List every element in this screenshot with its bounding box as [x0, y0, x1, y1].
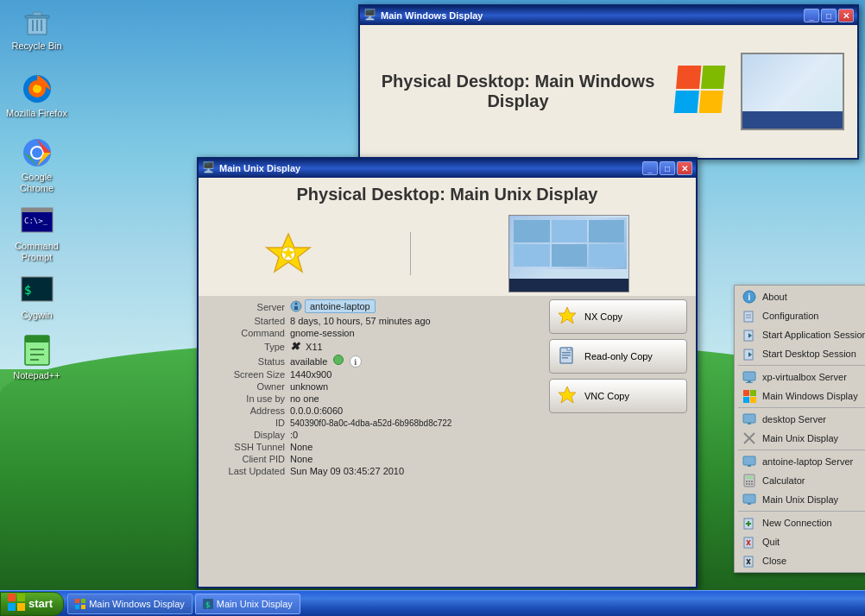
close-label: Close — [762, 556, 786, 566]
svg-point-11 — [32, 148, 42, 158]
address-label: Address — [207, 405, 285, 416]
info-row-server: Server antoine-laptop — [207, 299, 540, 314]
desktop-icon-firefox[interactable]: Mozilla Firefox — [4, 72, 69, 119]
info-row-screen: Screen Size 1440x900 — [207, 369, 540, 380]
svg-rect-55 — [743, 456, 755, 465]
owner-value: unknown — [290, 381, 540, 392]
started-value: 8 days, 10 hours, 57 minutes ago — [290, 316, 540, 326]
svg-rect-27 — [294, 306, 298, 310]
x11-icon: ✖ — [290, 340, 300, 353]
menu-item-close[interactable]: Close — [735, 551, 865, 570]
close-button-main-windows[interactable]: ✕ — [838, 9, 854, 22]
svg-rect-82 — [75, 605, 79, 609]
menu-item-main-unix[interactable]: Main Unix Display — [735, 429, 865, 448]
svg-rect-77 — [17, 594, 25, 601]
readonly-copy-icon — [557, 345, 578, 368]
main-windows-content: Physical Desktop: Main Windows Display — [360, 25, 857, 158]
info-row-display: Display :0 — [207, 430, 540, 440]
desktop-icon-cmdprompt[interactable]: C:\>_ Command Prompt — [4, 204, 69, 263]
menu-item-quit[interactable]: Quit — [735, 532, 865, 551]
menu-item-start-desktop[interactable]: Start Desktop Session — [735, 344, 865, 363]
firefox-icon — [20, 72, 54, 106]
taskbar-main-windows-label: Main Windows Display — [89, 599, 185, 609]
nx-copy-button[interactable]: NX Copy — [549, 299, 687, 334]
desktop-icon-cygwin[interactable]: $ Cygwin — [4, 273, 69, 321]
title-text-main-windows: Main Windows Display — [381, 10, 483, 21]
svg-rect-44 — [743, 372, 755, 380]
titlebar-main-windows[interactable]: 🖥️ Main Windows Display _ □ ✕ — [360, 6, 857, 25]
title-icon-unix: 🖥️ — [202, 161, 216, 175]
minimize-button-unix[interactable]: _ — [642, 161, 658, 175]
recycle-bin-label: Recycle Bin — [11, 41, 61, 52]
svg-text:$: $ — [205, 600, 210, 609]
menu-item-antoine-server[interactable]: antoine-laptop Server — [735, 452, 865, 471]
start-button[interactable]: start — [0, 592, 64, 616]
svg-rect-32 — [562, 357, 568, 359]
taskbar-main-windows-item[interactable]: Main Windows Display — [67, 594, 193, 614]
main-unix2-label: Main Unix Display — [762, 494, 838, 505]
minimize-button-main-windows[interactable]: _ — [804, 9, 819, 22]
status-info-icon: ℹ — [350, 355, 362, 368]
vnc-copy-icon — [557, 385, 578, 407]
menu-item-new-connection[interactable]: New Connection — [735, 513, 865, 532]
desktop-icon-notepad[interactable]: Notepad++ — [4, 334, 69, 381]
window-controls-main-windows: _ □ ✕ — [804, 9, 854, 22]
window-main-windows: 🖥️ Main Windows Display _ □ ✕ Physical D… — [358, 4, 859, 160]
antoine-server-label: antoine-laptop Server — [762, 456, 853, 467]
menu-item-xp-virtualbox[interactable]: xp-virtualbox Server — [735, 368, 865, 387]
menu-item-about[interactable]: i About — [735, 287, 865, 306]
xp-virtualbox-label: xp-virtualbox Server — [762, 372, 847, 382]
antoine-server-icon — [742, 455, 757, 468]
svg-text:$: $ — [24, 283, 31, 297]
menu-item-configuration[interactable]: Configuration — [735, 306, 865, 325]
taskbar-unix-icon: $ — [203, 599, 213, 609]
xp-virtualbox-icon — [742, 370, 757, 384]
main-windows-title: Physical Desktop: Main Windows Display — [373, 72, 663, 111]
info-row-cpid: Client PID None — [207, 454, 540, 464]
notepad-icon — [20, 334, 54, 368]
maximize-button-unix[interactable]: □ — [660, 161, 675, 175]
taskbar-unix-item[interactable]: $ Main Unix Display — [195, 594, 300, 614]
svg-rect-48 — [750, 390, 756, 396]
unix-info-table: Server antoine-laptop — [207, 299, 540, 478]
maximize-button-main-windows[interactable]: □ — [821, 9, 837, 22]
started-label: Started — [207, 316, 285, 326]
chrome-icon — [20, 135, 54, 170]
menu-item-start-app[interactable]: Start Application Session — [735, 325, 865, 344]
desktop: Recycle Bin Mozilla Firefox Google Chrom — [0, 0, 865, 616]
close-button-unix[interactable]: ✕ — [677, 161, 692, 175]
server-tag: antoine-laptop — [290, 299, 376, 313]
owner-label: Owner — [207, 381, 285, 392]
start-app-label: Start Application Session — [762, 330, 865, 340]
taskbar: start Main Windows Display $ Main Unix D… — [0, 590, 865, 616]
titlebar-unix[interactable]: 🖥️ Main Unix Display _ □ ✕ — [199, 159, 696, 178]
menu-item-calculator[interactable]: Calculator — [735, 471, 865, 490]
chrome-label: Google Chrome — [4, 172, 69, 194]
desktop-icon-recycle-bin[interactable]: Recycle Bin — [4, 4, 69, 52]
info-row-command: Command gnome-session — [207, 328, 540, 338]
svg-marker-28 — [559, 307, 576, 324]
unix-screenshot — [508, 215, 629, 292]
inuse-value: no one — [290, 393, 540, 404]
readonly-copy-label: Read-only Copy — [584, 351, 653, 361]
svg-rect-51 — [743, 414, 755, 423]
vnc-copy-button[interactable]: VNC Copy — [549, 379, 687, 413]
desktop-icon-chrome[interactable]: Google Chrome — [4, 135, 69, 194]
screen-value: 1440x900 — [290, 369, 540, 380]
main-unix-x-icon — [742, 431, 757, 445]
menu-item-main-unix2[interactable]: Main Unix Display — [735, 490, 865, 509]
menu-item-desktop-server[interactable]: desktop Server — [735, 410, 865, 429]
svg-text:C:\>_: C:\>_ — [24, 217, 48, 225]
menu-item-main-windows[interactable]: Main Windows Display — [735, 387, 865, 405]
svg-rect-63 — [748, 483, 750, 485]
info-row-address: Address 0.0.0.0:6060 — [207, 405, 540, 416]
readonly-copy-button[interactable]: Read-only Copy — [549, 339, 687, 374]
vnc-copy-label: VNC Copy — [584, 391, 629, 401]
svg-rect-30 — [562, 352, 571, 354]
command-label: Command — [207, 328, 285, 338]
svg-rect-2 — [25, 16, 49, 18]
inuse-label: In use by — [207, 393, 285, 404]
type-text: X11 — [306, 342, 323, 352]
start-desktop-icon — [742, 347, 757, 361]
menu-divider-3 — [738, 449, 865, 450]
